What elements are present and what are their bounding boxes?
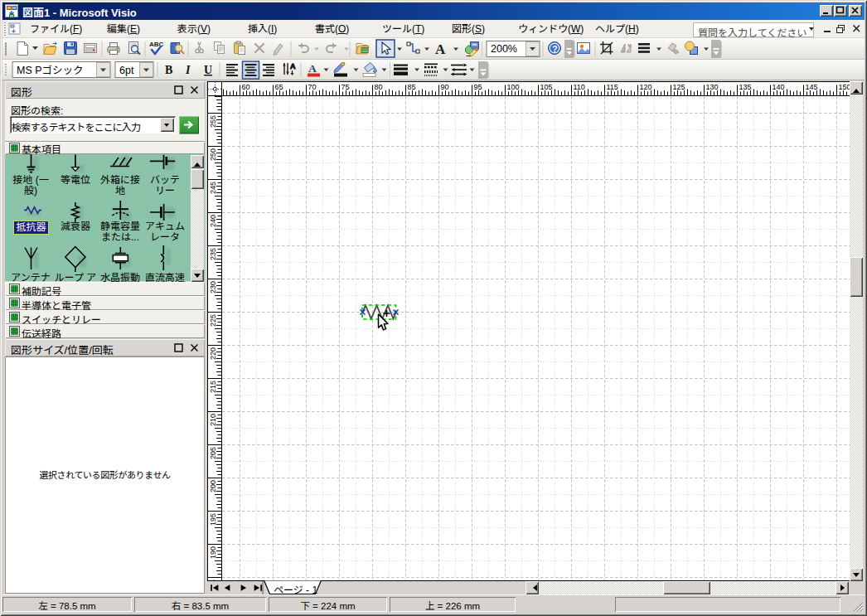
svg-text:240: 240 — [209, 215, 217, 227]
svg-text:250: 250 — [209, 148, 217, 161]
svg-text:130: 130 — [706, 83, 719, 91]
svg-text:200%: 200% — [491, 43, 517, 55]
svg-text:205: 205 — [209, 447, 217, 459]
svg-text:A: A — [308, 62, 317, 75]
svg-text:210: 210 — [209, 414, 217, 426]
svg-text:70: 70 — [308, 83, 317, 91]
svg-text:75: 75 — [341, 83, 350, 91]
svg-text:220: 220 — [209, 347, 217, 360]
svg-text:115: 115 — [607, 83, 618, 91]
svg-text:A: A — [290, 62, 296, 70]
svg-text:230: 230 — [209, 281, 217, 293]
svg-text:MS Pゴシック: MS Pゴシック — [17, 65, 84, 76]
svg-text:60: 60 — [242, 83, 250, 91]
svg-text:110: 110 — [574, 83, 585, 91]
svg-text:6pt: 6pt — [119, 65, 134, 76]
svg-text:125: 125 — [673, 83, 685, 91]
svg-text:190: 190 — [209, 546, 217, 559]
svg-text:255: 255 — [209, 115, 217, 128]
svg-text:I: I — [185, 64, 191, 76]
svg-text:B: B — [165, 64, 172, 76]
svg-text:120: 120 — [640, 83, 652, 91]
svg-text:195: 195 — [209, 513, 217, 526]
svg-text:135: 135 — [739, 83, 752, 91]
svg-text:U: U — [204, 64, 212, 76]
svg-text:95: 95 — [474, 83, 482, 91]
svg-text:235: 235 — [209, 248, 217, 260]
svg-text:?: ? — [552, 44, 558, 54]
svg-text:215: 215 — [209, 381, 217, 393]
svg-text:185: 185 — [209, 580, 217, 580]
svg-text:65: 65 — [275, 83, 283, 91]
svg-text:85: 85 — [408, 83, 416, 91]
svg-text:145: 145 — [806, 83, 818, 91]
svg-text:245: 245 — [209, 182, 217, 194]
svg-text:80: 80 — [375, 83, 383, 91]
svg-text:105: 105 — [540, 83, 553, 91]
svg-text:200: 200 — [209, 480, 217, 492]
svg-text:100: 100 — [507, 83, 520, 91]
svg-text:140: 140 — [773, 83, 785, 91]
svg-text:225: 225 — [209, 314, 217, 327]
svg-text:A: A — [435, 41, 446, 57]
svg-text:90: 90 — [441, 83, 449, 91]
svg-text:150: 150 — [839, 83, 850, 91]
